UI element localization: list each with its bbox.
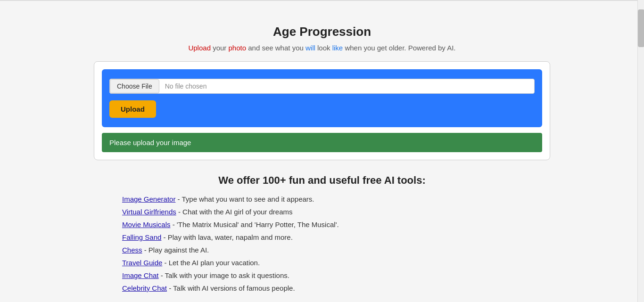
- scrollbar-track: [637, 0, 644, 302]
- list-item: Travel Guide - Let the AI plan your vaca…: [122, 259, 522, 267]
- scrollbar-thumb[interactable]: [638, 9, 644, 47]
- chess-link[interactable]: Chess: [122, 246, 142, 254]
- image-generator-link[interactable]: Image Generator: [122, 195, 175, 203]
- subtitle-word-upload: Upload: [188, 44, 211, 52]
- list-item: Image Generator - Type what you want to …: [122, 195, 522, 203]
- subtitle-text-2: and see what you: [248, 44, 305, 52]
- list-item: Movie Musicals - 'The Matrix Musical' an…: [122, 220, 522, 229]
- chess-desc: - Play against the AI.: [144, 246, 209, 254]
- subtitle-text-1: your: [213, 44, 228, 52]
- travel-guide-link[interactable]: Travel Guide: [122, 259, 162, 267]
- falling-sand-link[interactable]: Falling Sand: [122, 233, 161, 241]
- subtitle-text-3: look: [317, 44, 332, 52]
- tools-section: We offer 100+ fun and useful free AI too…: [94, 170, 550, 302]
- virtual-girlfriends-desc: - Chat with the AI girl of your dreams: [178, 208, 293, 216]
- celebrity-chat-desc: - Talk with AI versions of famous people…: [169, 284, 295, 292]
- file-input-wrapper: Choose File No file chosen: [109, 79, 535, 94]
- tools-heading: We offer 100+ fun and useful free AI too…: [122, 174, 522, 187]
- file-name-display: No file chosen: [159, 79, 534, 93]
- image-chat-desc: - Talk with your image to ask it questio…: [161, 271, 289, 279]
- travel-guide-desc: - Let the AI plan your vacation.: [164, 259, 260, 267]
- image-chat-link[interactable]: Image Chat: [122, 271, 159, 279]
- celebrity-chat-link[interactable]: Celebrity Chat: [122, 284, 167, 292]
- upload-button[interactable]: Upload: [109, 100, 156, 118]
- virtual-girlfriends-link[interactable]: Virtual Girlfriends: [122, 208, 176, 216]
- status-bar: Please upload your image: [102, 133, 542, 152]
- list-item: Celebrity Chat - Talk with AI versions o…: [122, 284, 522, 292]
- top-divider: [0, 0, 644, 1]
- page-title: Age Progression: [94, 24, 550, 39]
- movie-musicals-link[interactable]: Movie Musicals: [122, 220, 171, 229]
- upload-box: Choose File No file chosen Upload: [102, 69, 542, 127]
- image-generator-desc: - Type what you want to see and it appea…: [178, 195, 314, 203]
- choose-file-button[interactable]: Choose File: [110, 79, 159, 93]
- page-subtitle: Upload your photo and see what you will …: [94, 44, 550, 52]
- list-item: Chess - Play against the AI.: [122, 246, 522, 254]
- title-section: Age Progression Upload your photo and se…: [94, 24, 550, 52]
- list-item: Image Chat - Talk with your image to ask…: [122, 271, 522, 279]
- subtitle-word-like: like: [332, 44, 343, 52]
- list-item: Falling Sand - Play with lava, water, na…: [122, 233, 522, 241]
- movie-musicals-desc: - 'The Matrix Musical' and 'Harry Potter…: [173, 220, 339, 229]
- subtitle-word-photo: photo: [229, 44, 247, 52]
- falling-sand-desc: - Play with lava, water, napalm and more…: [164, 233, 293, 241]
- file-input-row: Choose File No file chosen: [109, 79, 535, 94]
- list-item: Virtual Girlfriends - Chat with the AI g…: [122, 208, 522, 216]
- subtitle-text-4: when you get older. Powered by AI.: [345, 44, 455, 52]
- subtitle-word-will: will: [305, 44, 315, 52]
- upload-card: Choose File No file chosen Upload Please…: [94, 61, 550, 160]
- tools-list: Image Generator - Type what you want to …: [122, 195, 522, 292]
